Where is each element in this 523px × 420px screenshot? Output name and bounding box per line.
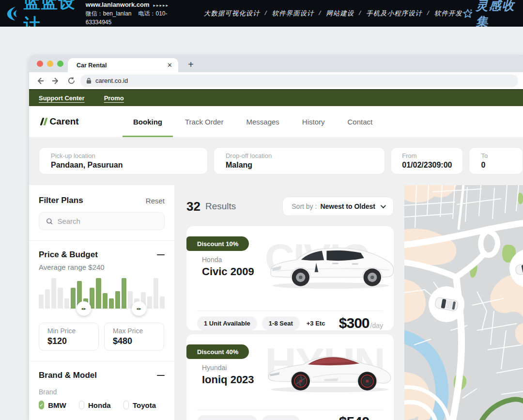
checkbox-toyota[interactable]: ✓	[123, 401, 129, 409]
car-image-civic	[266, 234, 394, 292]
collapse-icon[interactable]	[157, 254, 165, 256]
service-item[interactable]: 软件界面设计	[272, 9, 314, 18]
min-price-label: Min Price	[47, 327, 90, 335]
star-icon	[462, 7, 473, 20]
map[interactable]	[404, 185, 523, 420]
discount-badge: Discount 10%	[186, 236, 249, 251]
checkbox-label: Honda	[88, 401, 111, 409]
from-field[interactable]: From 01/02/2309:00	[391, 147, 463, 174]
max-price-value: $480	[113, 336, 155, 346]
units-pill: 1 Unit Available	[197, 415, 257, 420]
search-icon	[46, 218, 53, 225]
to-field[interactable]: To 0	[469, 147, 523, 174]
price-range-control: ◂▸ ◂▸	[39, 278, 165, 316]
histogram-bar	[122, 278, 126, 309]
min-price-box[interactable]: Min Price $120	[39, 323, 99, 351]
services-menu: 大数据可视化设计/ 软件界面设计/ 网站建设/ 手机及小程序设计/ 软件开发	[204, 9, 462, 18]
collect-button[interactable]: 灵感收集	[462, 0, 516, 30]
per-day-text: /day	[370, 322, 383, 329]
divider	[197, 410, 383, 410]
range-handle-min[interactable]: ◂▸	[77, 301, 91, 316]
brand-group-label: Brand	[39, 388, 165, 396]
browser-tab[interactable]: Car Rental ✕	[68, 58, 178, 72]
site-logo[interactable]: Carent	[41, 116, 104, 127]
back-button[interactable]	[34, 75, 46, 87]
wechat-text: 微信：ben_lanlan	[86, 10, 132, 17]
histogram-bar	[39, 295, 44, 309]
service-item[interactable]: 手机及小程序设计	[366, 9, 422, 18]
range-handle-max[interactable]: ◂▸	[132, 301, 146, 316]
filter-search[interactable]	[39, 212, 165, 230]
seats-pill: 1-4 Seat	[262, 415, 300, 420]
search-row: Pick-up location Pandaan, Pasuruan Drop-…	[29, 137, 523, 185]
service-item[interactable]: 网站建设	[326, 9, 354, 18]
desktop-background: Car Rental ✕ + carent.co.id	[0, 27, 523, 420]
support-center-link[interactable]: Support Center	[39, 94, 85, 102]
separator: /	[319, 9, 322, 18]
avg-range-text: Average range $240	[39, 263, 165, 271]
collapse-icon[interactable]	[157, 375, 165, 376]
pickup-field[interactable]: Pick-up location Pandaan, Pasuruan	[39, 147, 208, 174]
checkbox-bmw[interactable]: ✓	[39, 401, 44, 409]
content-area: Filter Plans Reset Price & Budget	[29, 185, 523, 420]
url-bar[interactable]: carent.co.id	[80, 75, 518, 87]
nav-item-track-order[interactable]: Track Order	[185, 106, 223, 137]
reset-button[interactable]: Reset	[146, 197, 165, 205]
histogram-bar	[96, 278, 101, 309]
min-price-value: $120	[47, 336, 90, 346]
divider	[29, 240, 174, 241]
sort-dropdown[interactable]: Sort by : Newest to Oldest	[282, 197, 394, 216]
checkbox-label: BMW	[48, 401, 66, 409]
sort-prefix: Sort by :	[292, 202, 317, 210]
promo-contact: www.lanlanwork.com▸▸▸▸▸ 微信：ben_lanlan电话：…	[86, 0, 170, 27]
arrows-decoration: ▸▸▸▸▸	[154, 3, 169, 8]
browser-toolbar: carent.co.id	[29, 72, 523, 89]
logo-slashes-icon	[41, 118, 46, 125]
forward-button[interactable]	[49, 75, 62, 87]
website-link[interactable]: www.lanlanwork.com	[86, 1, 150, 8]
tab-title: Car Rental	[77, 62, 167, 69]
car-model: Ioniq 2023	[202, 373, 254, 386]
price-text: $300	[339, 315, 369, 330]
refresh-button[interactable]	[65, 75, 77, 87]
car-brand: Honda	[202, 256, 222, 264]
nav-item-history[interactable]: History	[302, 106, 325, 137]
dropoff-field[interactable]: Drop-off location Malang	[214, 147, 385, 174]
price-section-title: Price & Budget	[39, 250, 98, 260]
new-tab-button[interactable]: +	[185, 59, 197, 70]
histogram-bar	[115, 291, 120, 309]
from-date: 01/02/23	[402, 161, 432, 170]
promo-link[interactable]: Promo	[104, 94, 124, 102]
sort-value: Newest to Oldest	[320, 202, 375, 210]
separator: /	[359, 9, 361, 18]
tab-close-icon[interactable]: ✕	[167, 62, 172, 69]
results-count-label: Results	[205, 201, 236, 212]
minimize-button[interactable]	[47, 61, 53, 67]
histogram-bar	[51, 278, 56, 309]
histogram-bar	[71, 288, 76, 309]
field-label: Drop-off location	[226, 152, 373, 159]
nav-menu: Booking Track Order Messages History Con…	[133, 106, 372, 137]
nav-item-booking[interactable]: Booking	[133, 106, 162, 137]
histogram-bar	[109, 298, 114, 309]
field-value: Malang	[226, 161, 373, 170]
max-price-box[interactable]: Max Price $480	[104, 323, 164, 351]
map-car-marker[interactable]	[429, 286, 464, 322]
nav-item-messages[interactable]: Messages	[246, 106, 279, 137]
service-item[interactable]: 软件开发	[434, 9, 462, 18]
checkbox-label: Toyota	[133, 401, 156, 409]
checkbox-honda[interactable]: ✓	[79, 401, 84, 409]
service-item[interactable]: 大数据可视化设计	[204, 9, 260, 18]
car-card[interactable]: HYUN Discoun	[186, 334, 394, 420]
close-button[interactable]	[37, 61, 43, 67]
nav-item-contact[interactable]: Contact	[348, 106, 373, 137]
units-pill: 1 Unit Available	[197, 316, 257, 330]
fullscreen-button[interactable]	[57, 61, 63, 67]
window-controls	[37, 61, 63, 67]
car-card[interactable]: CIVIC	[186, 226, 394, 330]
back-arrow-icon	[36, 77, 45, 85]
seats-pill: 1-8 Seat	[262, 316, 300, 330]
search-input[interactable]	[57, 217, 157, 225]
browser-tab-strip: Car Rental ✕ +	[29, 55, 523, 72]
lanlan-logo-icon	[6, 4, 22, 23]
